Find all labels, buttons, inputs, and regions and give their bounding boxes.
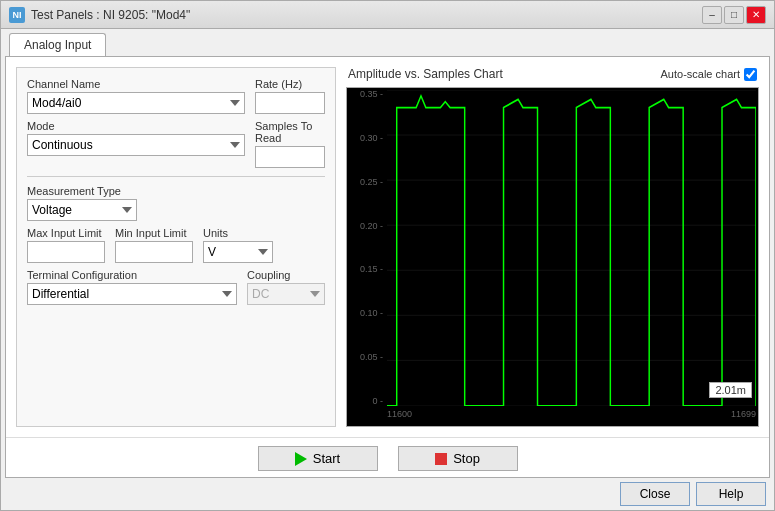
terminal-coupling-group: Terminal Configuration Differential Coup… — [27, 269, 325, 305]
svg-rect-0 — [387, 90, 756, 406]
channel-name-label: Channel Name — [27, 78, 245, 90]
mode-label: Mode — [27, 120, 245, 132]
y-label-010: 0.10 - — [349, 309, 383, 318]
max-input[interactable]: 10 — [27, 241, 105, 263]
bottom-bar: Start Stop — [6, 437, 769, 477]
right-panel: Amplitude vs. Samples Chart Auto-scale c… — [346, 67, 759, 427]
samples-field: Samples To Read 100 — [255, 120, 325, 168]
content-area: Channel Name Mod4/ai0 Rate (Hz) 1000 Mod… — [5, 56, 770, 478]
y-label-020: 0.20 - — [349, 222, 383, 231]
channel-name-select[interactable]: Mod4/ai0 — [27, 92, 245, 114]
rate-label: Rate (Hz) — [255, 78, 325, 90]
title-bar-left: NI Test Panels : NI 9205: "Mod4" — [9, 7, 190, 23]
chart-title: Amplitude vs. Samples Chart — [348, 67, 503, 81]
max-input-field: Max Input Limit 10 — [27, 227, 105, 263]
start-label: Start — [313, 451, 340, 466]
coupling-label: Coupling — [247, 269, 325, 281]
measurement-type-label: Measurement Type — [27, 185, 325, 197]
x-axis: 11600 11699 — [387, 406, 756, 426]
mode-select[interactable]: Continuous — [27, 134, 245, 156]
measurement-type-field: Measurement Type Voltage — [27, 185, 325, 221]
title-bar: NI Test Panels : NI 9205: "Mod4" – □ ✕ — [1, 1, 774, 29]
autoscale-label[interactable]: Auto-scale chart — [661, 68, 757, 81]
close-button[interactable]: Close — [620, 482, 690, 506]
autoscale-text: Auto-scale chart — [661, 68, 740, 80]
y-label-030: 0.30 - — [349, 134, 383, 143]
samples-input[interactable]: 100 — [255, 146, 325, 168]
chart-header: Amplitude vs. Samples Chart Auto-scale c… — [346, 67, 759, 81]
x-label-start: 11600 — [387, 409, 412, 419]
min-input-label: Min Input Limit — [115, 227, 193, 239]
y-label-025: 0.25 - — [349, 178, 383, 187]
channel-rate-group: Channel Name Mod4/ai0 Rate (Hz) 1000 — [27, 78, 325, 114]
units-label: Units — [203, 227, 273, 239]
units-field: Units V — [203, 227, 273, 263]
terminal-config-select[interactable]: Differential — [27, 283, 237, 305]
window-title: Test Panels : NI 9205: "Mod4" — [31, 8, 190, 22]
stop-button[interactable]: Stop — [398, 446, 518, 471]
rate-field: Rate (Hz) 1000 — [255, 78, 325, 114]
start-button[interactable]: Start — [258, 446, 378, 471]
y-label-015: 0.15 - — [349, 265, 383, 274]
title-controls: – □ ✕ — [702, 6, 766, 24]
mode-samples-group: Mode Continuous Samples To Read 100 — [27, 120, 325, 168]
autoscale-checkbox[interactable] — [744, 68, 757, 81]
limits-group: Max Input Limit 10 Min Input Limit -10 U… — [27, 227, 325, 263]
maximize-button[interactable]: □ — [724, 6, 744, 24]
help-button[interactable]: Help — [696, 482, 766, 506]
tab-analog-input[interactable]: Analog Input — [9, 33, 106, 56]
y-label-000: 0 - — [349, 397, 383, 406]
coupling-field: Coupling DC — [247, 269, 325, 305]
max-input-label: Max Input Limit — [27, 227, 105, 239]
footer: Close Help — [1, 478, 774, 510]
terminal-config-field: Terminal Configuration Differential — [27, 269, 237, 305]
chart-container: 0.35 - 0.30 - 0.25 - 0.20 - 0.15 - 0.10 … — [346, 87, 759, 427]
min-input-field: Min Input Limit -10 — [115, 227, 193, 263]
y-label-005: 0.05 - — [349, 353, 383, 362]
units-select[interactable]: V — [203, 241, 273, 263]
terminal-config-label: Terminal Configuration — [27, 269, 237, 281]
close-window-button[interactable]: ✕ — [746, 6, 766, 24]
mode-field: Mode Continuous — [27, 120, 245, 156]
stop-icon — [435, 453, 447, 465]
x-label-end: 11699 — [731, 409, 756, 419]
y-label-035: 0.35 - — [349, 90, 383, 99]
left-panel: Channel Name Mod4/ai0 Rate (Hz) 1000 Mod… — [16, 67, 336, 427]
y-axis: 0.35 - 0.30 - 0.25 - 0.20 - 0.15 - 0.10 … — [347, 88, 387, 406]
divider-1 — [27, 176, 325, 177]
measurement-type-select[interactable]: Voltage — [27, 199, 137, 221]
tab-bar: Analog Input — [1, 29, 774, 56]
main-content: Channel Name Mod4/ai0 Rate (Hz) 1000 Mod… — [6, 57, 769, 437]
samples-label: Samples To Read — [255, 120, 325, 144]
coupling-select[interactable]: DC — [247, 283, 325, 305]
app-icon: NI — [9, 7, 25, 23]
play-icon — [295, 452, 307, 466]
stop-label: Stop — [453, 451, 480, 466]
chart-svg — [387, 90, 756, 406]
rate-input[interactable]: 1000 — [255, 92, 325, 114]
channel-name-field: Channel Name Mod4/ai0 — [27, 78, 245, 114]
zoom-badge: 2.01m — [709, 382, 752, 398]
main-window: NI Test Panels : NI 9205: "Mod4" – □ ✕ A… — [0, 0, 775, 511]
minimize-button[interactable]: – — [702, 6, 722, 24]
min-input[interactable]: -10 — [115, 241, 193, 263]
